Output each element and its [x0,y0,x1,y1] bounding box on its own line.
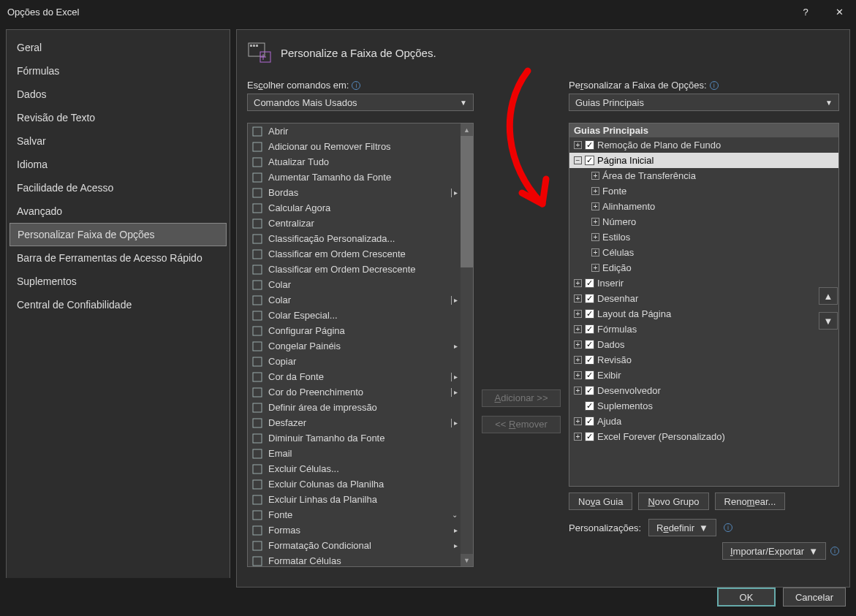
command-item[interactable]: Atualizar Tudo [248,154,461,170]
command-item[interactable]: Colar│▸ [248,292,461,308]
expand-icon[interactable]: + [574,279,582,287]
customize-ribbon-dropdown[interactable]: Guias Principais ▼ [569,94,839,111]
scroll-thumb[interactable] [461,136,473,267]
command-item[interactable]: Classificar em Ordem Decrescente [248,262,461,277]
checkbox[interactable]: ✓ [585,401,594,411]
info-icon[interactable]: i [830,547,839,555]
command-item[interactable]: Cor da Fonte│▸ [248,369,461,384]
import-export-dropdown[interactable]: Importar/Exportar▼ [722,542,826,560]
command-item[interactable]: Definir área de impressão [248,400,461,415]
expand-icon[interactable]: + [574,294,582,303]
expand-icon[interactable]: + [574,141,582,149]
checkbox[interactable]: ✓ [585,309,594,319]
close-button[interactable]: ✕ [822,0,856,23]
sidebar-item[interactable]: Barra de Ferramentas de Acesso Rápido [7,246,230,270]
expand-icon[interactable]: + [591,202,599,210]
expand-icon[interactable]: + [574,310,582,318]
tree-node[interactable]: +Alinhamento [569,199,838,214]
command-item[interactable]: Colar [248,277,461,292]
command-item[interactable]: Classificação Personalizada... [248,231,461,246]
checkbox[interactable]: ✓ [585,417,594,426]
sidebar-item[interactable]: Idioma [7,153,230,176]
tree-node[interactable]: +✓Exibir [569,368,838,383]
ok-button[interactable]: OK [717,588,776,607]
command-item[interactable]: Excluir Linhas da Planilha [248,492,461,507]
command-item[interactable]: Excluir Células... [248,461,461,476]
tree-node[interactable]: −✓Página Inicial [569,153,838,168]
checkbox[interactable]: ✓ [585,386,594,395]
command-item[interactable]: Configurar Página [248,323,461,338]
tree-node[interactable]: +✓Desenvolvedor [569,383,838,398]
help-button[interactable]: ? [789,0,822,23]
expand-icon[interactable]: + [574,356,582,364]
sidebar-item[interactable]: Dados [7,83,230,106]
scroll-down-button[interactable]: ▼ [461,554,473,566]
tree-node[interactable]: +✓Remoção de Plano de Fundo [569,137,838,153]
tree-node[interactable]: +✓Inserir [569,275,838,291]
move-down-button[interactable]: ▼ [819,312,838,330]
command-item[interactable]: Email [248,446,461,461]
tree-node[interactable]: +Área de Transferência [569,168,838,183]
ribbon-tree[interactable]: Guias Principais +✓Remoção de Plano de F… [569,123,839,487]
scroll-up-button[interactable]: ▲ [461,123,473,136]
command-item[interactable]: Aumentar Tamanho da Fonte [248,170,461,185]
new-group-button[interactable]: Novo Grupo [638,493,708,510]
sidebar-item[interactable]: Facilidade de Acesso [7,176,230,199]
command-item[interactable]: Formatação Condicional▸ [248,538,461,553]
tree-node[interactable]: +✓Fórmulas [569,322,838,337]
expand-icon[interactable]: + [591,218,599,226]
command-item[interactable]: Calcular Agora [248,200,461,216]
command-item[interactable]: Abrir [248,123,461,139]
checkbox[interactable]: ✓ [585,324,594,334]
tree-node[interactable]: +✓Desenhar [569,291,838,306]
checkbox[interactable]: ✓ [585,432,594,441]
reset-dropdown[interactable]: Redefinir▼ [648,519,716,536]
add-button[interactable]: Adicionar >> [482,389,561,407]
move-up-button[interactable]: ▲ [819,287,838,305]
sidebar-item[interactable]: Suplementos [7,270,230,293]
collapse-icon[interactable]: − [574,156,582,164]
expand-icon[interactable]: + [574,371,582,379]
new-tab-button[interactable]: Nova Guia [569,493,632,510]
expand-icon[interactable]: + [591,264,599,272]
command-item[interactable]: Centralizar [248,216,461,231]
choose-commands-dropdown[interactable]: Comandos Mais Usados ▼ [247,94,474,111]
command-item[interactable]: Classificar em Ordem Crescente [248,246,461,262]
expand-icon[interactable]: + [574,433,582,441]
commands-listbox[interactable]: AbrirAdicionar ou Remover FiltrosAtualiz… [247,123,474,567]
command-item[interactable]: Desfazer│▸ [248,415,461,430]
tree-node[interactable]: +Fonte [569,183,838,199]
expand-icon[interactable]: + [591,172,599,180]
tree-node[interactable]: +✓Revisão [569,352,838,368]
cancel-button[interactable]: Cancelar [783,588,846,607]
tree-node[interactable]: +✓Excel Forever (Personalizado) [569,429,838,444]
sidebar-item[interactable]: Geral [7,36,230,59]
tree-node[interactable]: +✓Dados [569,337,838,352]
info-icon[interactable]: i [352,81,360,90]
command-item[interactable]: Adicionar ou Remover Filtros [248,139,461,154]
tree-node[interactable]: +✓Ajuda [569,414,838,429]
command-item[interactable]: Formatar Células [248,553,461,566]
tree-node[interactable]: +✓Layout da Página [569,306,838,322]
checkbox[interactable]: ✓ [585,156,594,165]
expand-icon[interactable]: + [574,325,582,333]
expand-icon[interactable]: + [591,248,599,256]
sidebar-item[interactable]: Fórmulas [7,59,230,83]
sidebar-item[interactable]: Avançado [7,199,230,223]
expand-icon[interactable]: + [574,417,582,425]
command-item[interactable]: Excluir Colunas da Planilha [248,476,461,492]
command-item[interactable]: Formas▸ [248,522,461,538]
sidebar-item[interactable]: Revisão de Texto [7,106,230,129]
command-item[interactable]: Congelar Painéis▸ [248,338,461,354]
tree-node[interactable]: +Número [569,214,838,229]
command-item[interactable]: Copiar [248,354,461,369]
rename-button[interactable]: Renomear... [715,493,786,510]
checkbox[interactable]: ✓ [585,278,594,288]
command-item[interactable]: Fonte⌄ [248,507,461,522]
tree-node[interactable]: ✓Suplementos [569,398,838,414]
tree-node[interactable]: +Células [569,245,838,260]
checkbox[interactable]: ✓ [585,294,594,303]
info-icon[interactable]: i [710,81,719,90]
info-icon[interactable]: i [724,523,732,532]
command-item[interactable]: Colar Especial... [248,308,461,323]
